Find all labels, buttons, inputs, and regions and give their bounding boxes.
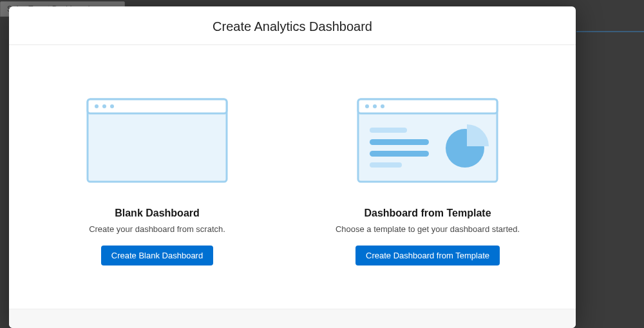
- option-title: Dashboard from Template: [305, 207, 550, 219]
- svg-rect-6: [358, 99, 497, 113]
- option-description: Choose a template to get your dashboard …: [305, 224, 550, 234]
- modal-title: Create Analytics Dashboard: [9, 19, 576, 34]
- create-dashboard-modal: Create Analytics Dashboard Blank Dashboa…: [9, 6, 576, 328]
- create-blank-dashboard-button[interactable]: Create Blank Dashboard: [101, 246, 213, 265]
- svg-rect-11: [370, 139, 429, 145]
- svg-rect-13: [370, 162, 402, 168]
- create-template-dashboard-button[interactable]: Create Dashboard from Template: [355, 246, 500, 265]
- modal-header: Create Analytics Dashboard: [9, 6, 576, 45]
- svg-rect-1: [88, 99, 227, 113]
- svg-point-8: [373, 104, 377, 108]
- option-description: Create your dashboard from scratch.: [35, 224, 279, 234]
- blank-dashboard-icon: [85, 97, 229, 187]
- svg-point-2: [95, 104, 99, 108]
- template-dashboard-icon: [355, 97, 500, 187]
- svg-point-9: [381, 104, 384, 108]
- option-template-dashboard: Dashboard from Template Choose a templat…: [305, 97, 550, 265]
- background-decoration: [576, 31, 644, 32]
- svg-rect-10: [370, 128, 407, 133]
- svg-point-7: [365, 104, 369, 108]
- svg-point-4: [110, 104, 114, 108]
- modal-body: Blank Dashboard Create your dashboard fr…: [9, 45, 576, 309]
- svg-rect-12: [370, 151, 429, 157]
- svg-point-3: [102, 104, 106, 108]
- option-title: Blank Dashboard: [35, 207, 279, 219]
- option-blank-dashboard: Blank Dashboard Create your dashboard fr…: [35, 97, 279, 265]
- modal-footer: [9, 309, 576, 328]
